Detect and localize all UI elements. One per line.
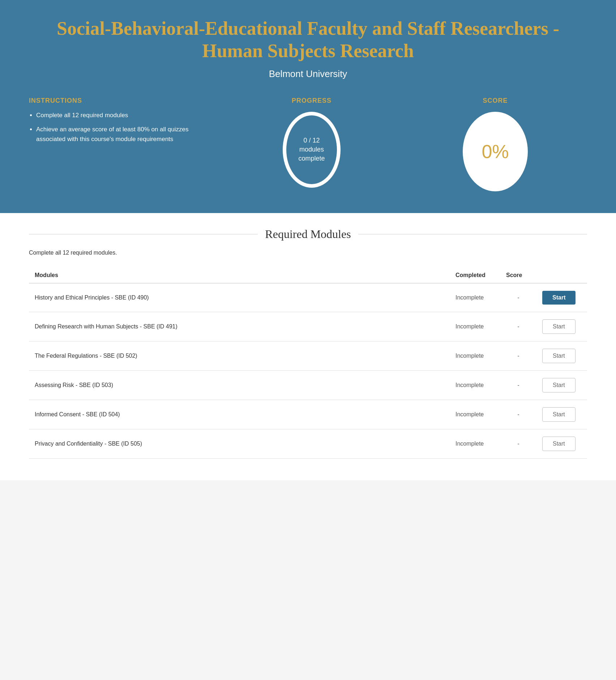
module-action-cell: Start bbox=[536, 341, 587, 370]
module-name: Defining Research with Human Subjects - … bbox=[29, 312, 450, 341]
module-action-cell: Start bbox=[536, 370, 587, 400]
hero-university: Belmont University bbox=[29, 68, 587, 80]
module-completed: Incomplete bbox=[450, 312, 500, 341]
hero-columns: INSTRUCTIONS Complete all 12 required mo… bbox=[29, 97, 587, 191]
module-completed: Incomplete bbox=[450, 429, 500, 458]
score-label: SCORE bbox=[403, 97, 587, 105]
table-row: Defining Research with Human Subjects - … bbox=[29, 312, 587, 341]
required-modules-heading: Required Modules bbox=[265, 228, 351, 241]
col-header-action bbox=[536, 268, 587, 283]
col-header-score: Score bbox=[500, 268, 536, 283]
module-action-cell: Start bbox=[536, 312, 587, 341]
modules-table: Modules Completed Score History and Ethi… bbox=[29, 268, 587, 459]
table-row: Informed Consent - SBE (ID 504)Incomplet… bbox=[29, 400, 587, 429]
module-completed: Incomplete bbox=[450, 283, 500, 312]
module-score: - bbox=[500, 400, 536, 429]
module-start-button[interactable]: Start bbox=[542, 407, 576, 422]
table-body: History and Ethical Principles - SBE (ID… bbox=[29, 283, 587, 459]
module-start-button[interactable]: Start bbox=[542, 349, 576, 363]
section-description: Complete all 12 required modules. bbox=[29, 250, 587, 256]
section-header: Required Modules bbox=[29, 228, 587, 241]
module-action-cell: Start bbox=[536, 400, 587, 429]
instruction-item-2: Achieve an average score of at least 80%… bbox=[36, 124, 213, 144]
module-start-button[interactable]: Start bbox=[542, 319, 576, 334]
module-completed: Incomplete bbox=[450, 370, 500, 400]
col-header-completed: Completed bbox=[450, 268, 500, 283]
table-row: History and Ethical Principles - SBE (ID… bbox=[29, 283, 587, 312]
module-name: Privacy and Confidentiality - SBE (ID 50… bbox=[29, 429, 450, 458]
module-score: - bbox=[500, 370, 536, 400]
progress-text: 0 / 12 modules complete bbox=[298, 136, 325, 163]
score-oval: 0% bbox=[463, 112, 528, 191]
col-header-module: Modules bbox=[29, 268, 450, 283]
instructions-label: INSTRUCTIONS bbox=[29, 97, 213, 105]
header-line-right bbox=[358, 234, 587, 234]
module-completed: Incomplete bbox=[450, 341, 500, 370]
score-column: SCORE 0% bbox=[403, 97, 587, 191]
module-name: History and Ethical Principles - SBE (ID… bbox=[29, 283, 450, 312]
progress-fraction: 0 / 12 bbox=[303, 137, 320, 144]
hero-title: Social-Behavioral-Educational Faculty an… bbox=[29, 17, 587, 63]
hero-section: Social-Behavioral-Educational Faculty an… bbox=[0, 0, 616, 213]
module-action-cell: Start bbox=[536, 283, 587, 312]
module-score: - bbox=[500, 312, 536, 341]
module-start-button[interactable]: Start bbox=[542, 378, 576, 392]
progress-complete-word: complete bbox=[298, 155, 325, 162]
module-score: - bbox=[500, 429, 536, 458]
module-name: The Federal Regulations - SBE (ID 502) bbox=[29, 341, 450, 370]
module-score: - bbox=[500, 283, 536, 312]
header-line-left bbox=[29, 234, 258, 234]
score-value: 0% bbox=[482, 141, 509, 162]
table-row: Privacy and Confidentiality - SBE (ID 50… bbox=[29, 429, 587, 458]
instruction-item-1: Complete all 12 required modules bbox=[36, 110, 213, 120]
progress-label: PROGRESS bbox=[220, 97, 403, 105]
module-name: Assessing Risk - SBE (ID 503) bbox=[29, 370, 450, 400]
module-name: Informed Consent - SBE (ID 504) bbox=[29, 400, 450, 429]
module-action-cell: Start bbox=[536, 429, 587, 458]
table-header-row: Modules Completed Score bbox=[29, 268, 587, 283]
progress-modules-word: modules bbox=[299, 146, 324, 153]
module-completed: Incomplete bbox=[450, 400, 500, 429]
table-row: The Federal Regulations - SBE (ID 502)In… bbox=[29, 341, 587, 370]
table-header: Modules Completed Score bbox=[29, 268, 587, 283]
progress-column: PROGRESS 0 / 12 modules complete bbox=[220, 97, 403, 188]
table-row: Assessing Risk - SBE (ID 503)Incomplete-… bbox=[29, 370, 587, 400]
module-score: - bbox=[500, 341, 536, 370]
main-content: Required Modules Complete all 12 require… bbox=[0, 213, 616, 480]
instructions-list: Complete all 12 required modules Achieve… bbox=[29, 110, 213, 144]
module-start-button[interactable]: Start bbox=[542, 291, 576, 305]
module-start-button[interactable]: Start bbox=[542, 437, 576, 451]
progress-oval: 0 / 12 modules complete bbox=[283, 112, 341, 188]
instructions-column: INSTRUCTIONS Complete all 12 required mo… bbox=[29, 97, 220, 149]
